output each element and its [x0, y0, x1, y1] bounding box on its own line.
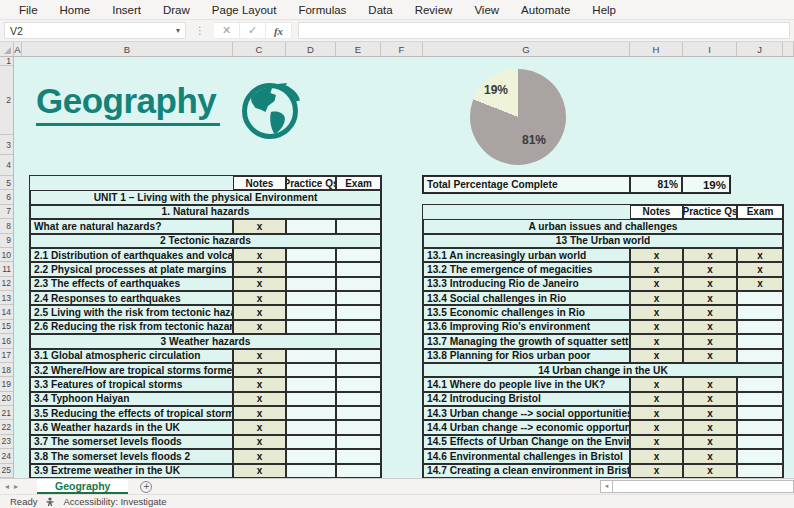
unit1-tracker-cell[interactable] [286, 420, 336, 434]
column-header-j[interactable]: J [737, 42, 783, 56]
horizontal-scrollbar[interactable]: ◂ [600, 479, 794, 493]
unit1-tracker-cell[interactable] [286, 449, 336, 463]
unit1-tracker-cell[interactable] [336, 277, 381, 291]
unit2-tracker-cell[interactable]: x [683, 305, 737, 319]
unit1-tracker-cell[interactable]: x [233, 449, 286, 463]
unit1-topic-label-cell[interactable]: 2.2 Physical processes at plate margins [30, 262, 233, 276]
unit1-tracker-cell[interactable] [336, 435, 381, 449]
unit1-tracker-cell[interactable] [336, 406, 381, 420]
unit1-tracker-cell[interactable] [336, 248, 381, 262]
unit1-tracker-cell[interactable] [286, 320, 336, 334]
page-title[interactable]: Geography [36, 82, 220, 126]
row-header-19[interactable]: 19 [0, 377, 13, 391]
unit1-topic-label-cell[interactable]: 2.6 Reducing the risk from tectonic haza… [30, 320, 233, 334]
enter-button[interactable]: ✓ [240, 22, 266, 39]
column-header-i[interactable]: I [683, 42, 737, 56]
unit1-tracker-cell[interactable] [286, 377, 336, 391]
accessibility-status[interactable]: Accessibility: Investigate [63, 496, 166, 507]
menu-item-home[interactable]: Home [49, 0, 102, 20]
unit1-tracker-cell[interactable] [336, 377, 381, 391]
unit2-unit-title-cell[interactable]: A urban issues and challenges [423, 219, 783, 233]
unit2-topic-label-cell[interactable]: 13.2 The emergence of megacities [423, 262, 630, 276]
unit2-header-notes[interactable]: Notes [630, 205, 683, 219]
cancel-button[interactable]: ✕ [214, 22, 240, 39]
menu-item-data[interactable]: Data [357, 0, 403, 20]
unit2-topic-label-cell[interactable]: 14.7 Creating a clean environment in Bri… [423, 464, 630, 478]
unit1-topic-label-cell[interactable]: 2.5 Living with the risk from tectonic h… [30, 305, 233, 319]
unit2-tracker-cell[interactable]: x [683, 435, 737, 449]
unit1-tracker-cell[interactable]: x [233, 277, 286, 291]
globe-icon[interactable] [241, 81, 303, 145]
unit1-topic-label-cell[interactable]: 3.5 Reducing the effects of tropical sto… [30, 406, 233, 420]
unit1-tracker-cell[interactable]: x [233, 305, 286, 319]
row-header-22[interactable]: 22 [0, 420, 13, 434]
unit2-tracker-cell[interactable]: x [630, 291, 683, 305]
unit2-tracker-cell[interactable]: x [737, 262, 783, 276]
unit1-tracker-cell[interactable] [286, 305, 336, 319]
unit2-tracker-cell[interactable]: x [683, 406, 737, 420]
unit2-tracker-cell[interactable]: x [683, 392, 737, 406]
unit1-tracker-cell[interactable] [286, 262, 336, 276]
unit1-tracker-cell[interactable] [286, 363, 336, 377]
unit1-tracker-cell[interactable]: x [233, 435, 286, 449]
unit1-topic-label-cell[interactable]: What are natural hazards? [30, 219, 233, 233]
unit2-tracker-cell[interactable] [737, 435, 783, 449]
unit2-tracker-cell[interactable]: x [737, 277, 783, 291]
row-header-12[interactable]: 12 [0, 277, 13, 291]
unit2-tracker-cell[interactable] [737, 377, 783, 391]
unit2-tracker-cell[interactable] [737, 420, 783, 434]
unit1-topic-label-cell[interactable]: 3.4 Typhoon Haiyan [30, 392, 233, 406]
unit1-tracker-cell[interactable] [286, 349, 336, 363]
menu-item-file[interactable]: File [8, 0, 49, 20]
unit2-tracker-cell[interactable]: x [630, 464, 683, 478]
row-header-6[interactable]: 6 [0, 190, 13, 204]
unit1-tracker-cell[interactable] [286, 277, 336, 291]
unit2-topic-label-cell[interactable]: 13.3 Introducing Rio de Janeiro [423, 277, 630, 291]
unit2-tracker-cell[interactable] [737, 449, 783, 463]
unit1-topic-label-cell[interactable]: 3.3 Features of tropical storms [30, 377, 233, 391]
scroll-left-icon[interactable]: ◂ [600, 480, 613, 493]
row-header-24[interactable]: 24 [0, 449, 13, 463]
row-header-3[interactable]: 3 [0, 135, 13, 155]
unit2-tracker-cell[interactable]: x [630, 349, 683, 363]
unit1-tracker-cell[interactable]: x [233, 406, 286, 420]
unit2-tracker-cell[interactable] [737, 406, 783, 420]
formula-input[interactable] [298, 22, 790, 39]
row-header-18[interactable]: 18 [0, 363, 13, 377]
completion-pie-chart[interactable]: 19% 81% [470, 69, 566, 165]
select-all-corner[interactable] [0, 42, 14, 56]
row-header-25[interactable]: 25 [0, 464, 13, 478]
unit1-topic-label-cell[interactable]: 2.3 The effects of earthquakes [30, 277, 233, 291]
unit2-topic-label-cell[interactable]: 13.6 Improving Rio's environment [423, 320, 630, 334]
unit1-header-notes[interactable]: Notes [233, 176, 286, 190]
unit1-section-title-cell[interactable]: 3 Weather hazards [30, 334, 381, 348]
unit2-tracker-cell[interactable]: x [630, 392, 683, 406]
unit1-tracker-cell[interactable]: x [233, 363, 286, 377]
row-header-1[interactable]: 1 [0, 57, 13, 66]
unit2-tracker-cell[interactable]: x [683, 334, 737, 348]
unit1-tracker-cell[interactable] [336, 420, 381, 434]
unit2-tracker-cell[interactable]: x [630, 262, 683, 276]
unit1-tracker-cell[interactable]: x [233, 392, 286, 406]
unit2-tracker-cell[interactable] [737, 291, 783, 305]
unit1-header-practice-qs[interactable]: Practice Qs [286, 176, 336, 190]
unit2-tracker-cell[interactable]: x [683, 262, 737, 276]
unit1-unit-title-cell[interactable]: UNIT 1 – Living with the physical Enviro… [30, 190, 381, 204]
unit2-tracker-cell[interactable] [737, 305, 783, 319]
unit1-topic-label-cell[interactable]: 3.1 Global atmospheric circulation [30, 349, 233, 363]
row-header-16[interactable]: 16 [0, 334, 13, 348]
unit2-header-exam[interactable]: Exam [737, 205, 783, 219]
unit1-tracker-cell[interactable]: x [233, 349, 286, 363]
unit2-tracker-cell[interactable]: x [683, 449, 737, 463]
unit1-tracker-cell[interactable]: x [233, 464, 286, 478]
menu-item-formulas[interactable]: Formulas [287, 0, 357, 20]
unit2-tracker-cell[interactable]: x [630, 377, 683, 391]
menu-item-view[interactable]: View [463, 0, 510, 20]
row-header-4[interactable]: 4 [0, 155, 13, 176]
unit2-tracker-cell[interactable]: x [737, 248, 783, 262]
unit1-tracker-cell[interactable]: x [233, 262, 286, 276]
unit2-tracker-cell[interactable]: x [630, 277, 683, 291]
unit1-tracker-cell[interactable] [336, 219, 381, 233]
unit2-header-practice-qs[interactable]: Practice Qs [683, 205, 737, 219]
unit2-tracker-cell[interactable]: x [683, 320, 737, 334]
